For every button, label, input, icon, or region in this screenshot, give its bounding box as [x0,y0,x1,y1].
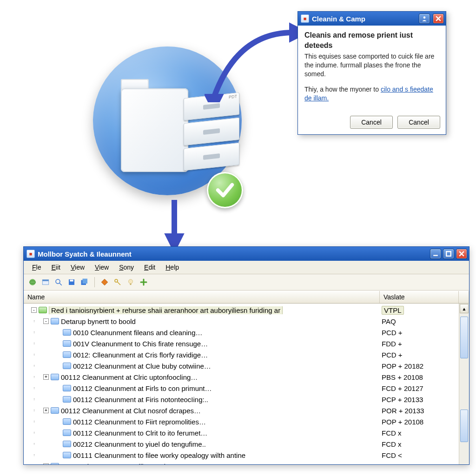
close-icon [436,16,441,21]
tree-row[interactable]: -Red i tanioisnyrbient + rehurse shaii a… [24,304,459,316]
tb-search-icon[interactable] [53,277,64,287]
page-icon [51,407,59,414]
row-value: POP + 20182 [380,362,459,370]
scrollbar-thumb-2[interactable] [460,410,468,442]
menu-item-1[interactable]: Eiit [46,263,65,272]
page-icon [63,340,71,347]
tree-list[interactable]: -Red i tanioisnyrbient + rehurse shaii a… [24,304,459,464]
tree-row[interactable]: 00112 Cleanunment at Firls to con primun… [24,383,459,394]
svg-rect-20 [130,284,132,285]
tb-key-icon[interactable] [112,277,123,287]
svg-point-10 [56,279,60,284]
row-value: FCD < [380,451,459,459]
dialog-title: Cleanin & Camp [312,15,365,23]
row-value: FCD < [380,463,459,465]
svg-point-6 [29,279,36,285]
tb-saveall-icon[interactable] [79,277,90,287]
main-title: Mollbor Syatch & Ileaunnent [38,250,132,258]
row-label: 0012: Clleanunment at Cris florfy ravidi… [73,351,380,359]
row-value: FDD + [380,340,459,348]
menu-item-4[interactable]: Sony [114,263,139,272]
tree-expander[interactable]: - [31,307,37,313]
dialog-titlebar[interactable]: ■ Cleanin & Camp [298,12,446,26]
page-icon [51,463,59,464]
confirmation-dialog: ■ Cleanin & Camp Cleanis and remose prie… [298,11,446,135]
close-button[interactable] [456,249,467,259]
tree-expander[interactable]: + [43,463,49,464]
vertical-scrollbar[interactable]: ▲ [459,304,469,464]
tb-add-icon[interactable] [139,277,149,287]
menu-item-3[interactable]: View [90,263,113,272]
tree-row[interactable]: 00112 Cleanunment to Fiirt repromolities… [24,416,459,427]
row-value: FCD + 20127 [380,384,459,392]
folder-icon [121,88,188,172]
column-headers: Name Vaslate [24,291,469,304]
tree-expander[interactable]: + [43,408,49,413]
page-icon [63,452,71,458]
page-icon [63,351,71,358]
menu-item-6[interactable]: Help [161,263,184,272]
page-icon [51,374,59,380]
dialog-cancel-button-2[interactable]: Cancel [397,116,440,129]
row-value: PAQ [380,317,459,325]
row-label: 00212 Cleanunment to yiuel do tengufime.… [73,440,380,448]
tb-bulb-icon[interactable] [126,277,136,287]
menubar: FleEiitViewViewSonyEditHelp [24,261,469,274]
row-value: VTPL [380,306,459,314]
tree-row[interactable]: 00111 Cleanunment to filee worky opealog… [24,450,459,461]
tree-row[interactable]: 00112 Cleanunment at Firis notonteocIing… [24,394,459,405]
tree-expander[interactable]: + [43,374,49,380]
dialog-help-button[interactable] [419,13,430,24]
tree-expander[interactable]: - [43,318,49,324]
svg-point-17 [115,279,118,282]
row-label: Red i tanioisnyrbient + rehurse shaii ar… [49,306,380,314]
dialog-hint: Thiy, a how the myoner to cilo and s fie… [304,85,439,103]
menu-item-0[interactable]: Fle [27,263,46,272]
menu-item-2[interactable]: View [66,263,89,272]
drawer-3 [184,143,239,171]
dialog-hint-text: Thiy, a how the myoner to [304,86,381,93]
tree-row[interactable]: -Detarup bynertt to booldPAQ [24,316,459,327]
tree-row[interactable]: 00212 Cleanunment to yiuel do tengufime.… [24,438,459,450]
column-value[interactable]: Vaslate [380,291,459,303]
row-value: POR + 20133 [380,407,459,415]
minimize-button[interactable] [430,249,441,259]
maximize-button[interactable] [443,249,454,259]
tb-globe-icon[interactable] [27,277,38,287]
column-name[interactable]: Name [24,291,380,303]
tree-row[interactable]: +00112 Cleanunment at Clut nosrof dcrape… [24,405,459,416]
row-label: 00111 Cleanunment to filee worky opealog… [73,451,380,459]
page-icon [63,430,71,436]
main-window: ■ Mollbor Syatch & Ileaunnent FleEiitVie… [23,246,469,465]
scroll-up-button[interactable]: ▲ [460,304,469,313]
svg-line-18 [117,282,120,285]
minimize-icon [433,251,438,257]
tree-row[interactable]: 001V Cleanunment to Chis firate rensuge…… [24,338,459,349]
tree-row[interactable]: 00112 Cleanunment to Clrit to ito ferume… [24,427,459,438]
page-icon [63,441,71,447]
tb-diamond-icon[interactable] [99,277,110,287]
svg-rect-9 [42,280,49,281]
menu-item-5[interactable]: Edit [139,263,160,272]
tree-row[interactable]: 0012: Clleanunment at Cris florfy ravidi… [24,349,459,360]
svg-line-11 [60,283,62,285]
page-icon [63,396,71,403]
row-value: POP + 20108 [380,418,459,426]
folder-green-icon [39,307,47,313]
tree-row[interactable]: 00212 Cleanunment at Clue buby cotwiine…… [24,360,459,371]
page-icon [63,418,71,425]
tree-row[interactable]: +00111 Cleanunment resclils to celeam CD… [24,461,459,464]
scrollbar-thumb[interactable] [460,317,468,358]
person-icon [421,15,428,22]
tree-row[interactable]: +00112 Cleanunment at Clric uptonfooclin… [24,371,459,383]
main-titlebar[interactable]: ■ Mollbor Syatch & Ileaunnent [24,247,469,261]
svg-point-19 [129,279,133,284]
dialog-cancel-button-1[interactable]: Cancel [350,116,393,129]
row-label: 0010 Cleanunment fileans and cleaning… [73,329,380,337]
tb-save-icon[interactable] [66,277,77,287]
tb-window-icon[interactable] [40,277,51,287]
dialog-close-button[interactable] [433,13,444,24]
tree-row[interactable]: 0010 Cleanunment fileans and cleaning…PC… [24,327,459,338]
svg-rect-5 [446,251,451,256]
row-value: PCD + [380,329,459,337]
